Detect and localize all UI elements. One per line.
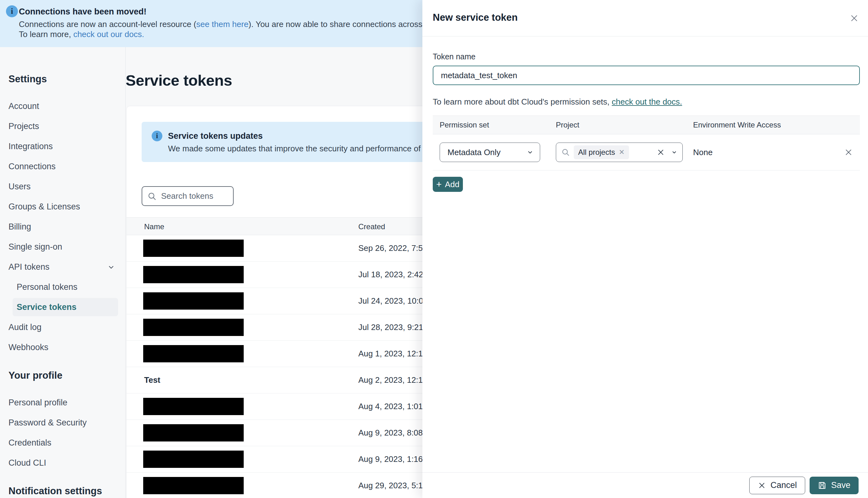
infobox-title: Service tokens updates — [168, 131, 263, 141]
search-tokens-input[interactable] — [161, 191, 224, 201]
permissions-table-header: Permission set Project Environment Write… — [433, 116, 860, 134]
save-button-label: Save — [831, 481, 851, 490]
sidebar-item-label: Cloud CLI — [9, 458, 46, 468]
drawer-footer: Cancel Save — [422, 472, 868, 498]
sidebar-item-api-tokens[interactable]: API tokens — [9, 257, 119, 277]
sidebar-item-label: Webhooks — [9, 343, 48, 352]
sidebar-item-label: Billing — [9, 222, 31, 232]
sidebar-item-webhooks[interactable]: Webhooks — [9, 337, 119, 357]
search-icon — [147, 192, 157, 201]
search-tokens-box[interactable] — [142, 186, 234, 206]
token-name-cell: Test — [144, 375, 160, 385]
redacted-token-name — [143, 239, 244, 257]
column-header-permission-set: Permission set — [440, 121, 556, 129]
banner-title: Connections have been moved! — [19, 7, 147, 17]
banner-learn-more-text: To learn more, — [19, 29, 73, 39]
new-service-token-drawer: New service token Token name To learn mo… — [422, 0, 868, 498]
sidebar-item-label: Personal profile — [9, 398, 67, 407]
chip-remove-icon[interactable]: ✕ — [619, 148, 624, 156]
close-icon[interactable] — [848, 12, 860, 25]
permission-row: Metadata Only All projects — [433, 134, 860, 170]
redacted-token-name — [143, 398, 244, 415]
column-header-project: Project — [556, 121, 693, 129]
sidebar-item-label: Projects — [9, 121, 39, 131]
chevron-down-icon[interactable] — [671, 149, 678, 155]
chevron-down-icon[interactable] — [107, 263, 115, 271]
sidebar-item-label: Integrations — [9, 142, 53, 151]
add-button-label: Add — [445, 180, 459, 189]
dbt-cloud-settings-page: i Connections have been moved! Connectio… — [0, 0, 868, 498]
sidebar-item-users[interactable]: Users — [9, 176, 119, 197]
drawer-body: Token name To learn more about dbt Cloud… — [433, 36, 860, 192]
drawer-header: New service token — [422, 0, 868, 36]
redacted-token-name — [143, 450, 244, 468]
cancel-button[interactable]: Cancel — [749, 477, 805, 494]
delete-row-icon[interactable] — [842, 146, 855, 159]
sidebar-item-account[interactable]: Account — [9, 96, 119, 116]
sidebar-heading-notification-settings: Notification settings — [9, 485, 119, 497]
project-chip[interactable]: All projects ✕ — [574, 145, 629, 159]
close-icon — [758, 481, 766, 489]
column-header-name: Name — [144, 222, 164, 231]
info-icon: i — [6, 5, 18, 17]
sidebar-item-label: API tokens — [9, 262, 50, 272]
sidebar-item-label: Audit log — [9, 323, 41, 332]
sidebar-item-label: Connections — [9, 162, 56, 171]
sidebar-item-integrations[interactable]: Integrations — [9, 136, 119, 156]
sidebar-item-cloud-cli[interactable]: Cloud CLI — [9, 453, 119, 473]
drawer-title: New service token — [433, 12, 518, 23]
sidebar-item-connections[interactable]: Connections — [9, 156, 119, 176]
cancel-button-label: Cancel — [770, 481, 797, 490]
redacted-token-name — [143, 477, 244, 494]
column-header-environment-write-access: Environment Write Access — [693, 121, 842, 129]
check-out-docs-link[interactable]: check out our docs. — [73, 29, 144, 39]
save-button[interactable]: Save — [810, 477, 858, 494]
banner-learn-more: To learn more, check out our docs. — [19, 29, 144, 39]
project-chip-label: All projects — [578, 148, 615, 157]
sidebar-heading-settings: Settings — [9, 74, 119, 85]
sidebar-item-label: Account — [9, 102, 39, 111]
see-them-here-link[interactable]: see them here — [196, 19, 248, 29]
token-name-label: Token name — [433, 52, 860, 61]
sidebar-item-label: Service tokens — [17, 302, 77, 312]
project-combobox[interactable]: All projects ✕ — [556, 143, 683, 162]
sidebar-item-password-security[interactable]: Password & Security — [9, 412, 119, 433]
permission-set-value: Metadata Only — [447, 147, 501, 157]
add-permission-button[interactable]: + Add — [433, 177, 463, 192]
token-name-input[interactable] — [433, 66, 860, 85]
clear-selection-icon[interactable] — [657, 148, 665, 156]
sidebar-item-label: Personal tokens — [17, 282, 78, 292]
info-icon: i — [152, 131, 162, 141]
plus-icon: + — [436, 180, 442, 189]
sidebar-item-label: Single sign-on — [9, 242, 62, 251]
help-prefix: To learn more about dbt Cloud's permissi… — [433, 97, 612, 106]
sidebar-settings-items: AccountProjectsIntegrationsConnectionsUs… — [9, 96, 119, 357]
sidebar-item-personal-tokens[interactable]: Personal tokens — [9, 277, 119, 297]
page-title: Service tokens — [126, 71, 232, 89]
sidebar-heading-your-profile: Your profile — [9, 370, 119, 381]
column-header-created: Created — [358, 222, 385, 231]
sidebar-item-label: Users — [9, 182, 31, 191]
permission-help-text: To learn more about dbt Cloud's permissi… — [433, 97, 860, 107]
permission-set-select[interactable]: Metadata Only — [440, 143, 540, 162]
search-icon — [561, 148, 570, 157]
sidebar-profile-items: Personal profilePassword & SecurityCrede… — [9, 393, 119, 473]
settings-sidebar: Settings AccountProjectsIntegrationsConn… — [0, 47, 126, 498]
sidebar-item-personal-profile[interactable]: Personal profile — [9, 393, 119, 412]
sidebar-item-label: Password & Security — [9, 418, 87, 427]
sidebar-item-service-tokens[interactable]: Service tokens — [13, 298, 118, 316]
sidebar-item-credentials[interactable]: Credentials — [9, 433, 119, 453]
sidebar-item-audit-log[interactable]: Audit log — [9, 317, 119, 337]
redacted-token-name — [143, 266, 244, 283]
save-icon — [818, 481, 827, 490]
chevron-down-icon — [527, 149, 534, 156]
redacted-token-name — [143, 319, 244, 336]
sidebar-item-label: Credentials — [9, 438, 52, 447]
redacted-token-name — [143, 424, 244, 442]
sidebar-item-billing[interactable]: Billing — [9, 217, 119, 237]
check-out-the-docs-link[interactable]: check out the docs. — [612, 97, 682, 106]
sidebar-item-projects[interactable]: Projects — [9, 116, 119, 136]
banner-body-text: Connections are now an account-level res… — [19, 19, 196, 29]
sidebar-item-groups-licenses[interactable]: Groups & Licenses — [9, 197, 119, 217]
sidebar-item-single-sign-on[interactable]: Single sign-on — [9, 237, 119, 257]
